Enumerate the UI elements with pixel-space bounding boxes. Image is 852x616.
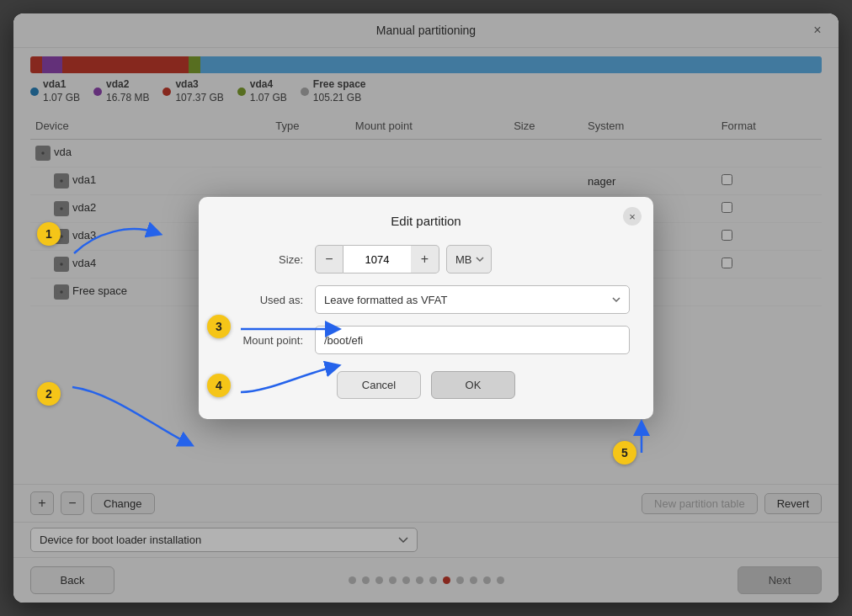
- modal-close-button[interactable]: ×: [623, 207, 642, 226]
- mount-point-label: Mount point:: [222, 334, 315, 347]
- size-control: − + MB GB KB: [315, 245, 630, 273]
- ok-button[interactable]: OK: [431, 371, 515, 399]
- size-decrement-button[interactable]: −: [315, 245, 343, 273]
- edit-partition-modal: Edit partition × Size: − + MB GB KB: [199, 197, 653, 419]
- unit-select[interactable]: MB GB KB: [446, 245, 492, 273]
- mount-point-row: Mount point:: [222, 326, 630, 354]
- used-as-row: Used as: Leave formatted as VFAT Ext4 jo…: [222, 285, 630, 314]
- cancel-button[interactable]: Cancel: [337, 371, 421, 399]
- modal-overlay: Edit partition × Size: − + MB GB KB: [13, 13, 839, 603]
- main-window: Manual partitioning × vda11.07 GB vda216…: [13, 13, 839, 603]
- size-input[interactable]: [343, 245, 411, 273]
- size-row: Size: − + MB GB KB: [222, 245, 630, 273]
- size-label: Size:: [222, 253, 315, 266]
- used-as-label: Used as:: [222, 294, 315, 306]
- mount-point-input[interactable]: [315, 326, 630, 354]
- size-increment-button[interactable]: +: [411, 245, 439, 273]
- modal-actions: Cancel OK: [222, 371, 630, 399]
- modal-title: Edit partition: [222, 214, 630, 228]
- used-as-select[interactable]: Leave formatted as VFAT Ext4 journaling …: [315, 285, 630, 314]
